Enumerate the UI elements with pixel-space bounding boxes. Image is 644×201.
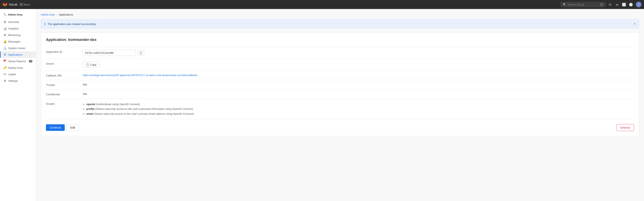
scope-name-email: email	[86, 112, 93, 115]
scopes-value: openid (Authenticate using OpenID Connec…	[83, 102, 634, 116]
sidebar-item-analytics[interactable]: 📊 Analytics	[0, 25, 36, 32]
sidebar-item-applications[interactable]: ⚙ Applications	[0, 51, 36, 58]
breadcrumb-parent-link[interactable]: Admin Area	[41, 13, 54, 16]
list-item: email (Allows read-only access to the us…	[86, 111, 634, 116]
search-icon: 🔍	[563, 3, 566, 6]
scope-desc-email: (Allows read-only access to the user's p…	[94, 112, 194, 115]
detail-row-scopes: Scopes openid (Authenticate using OpenID…	[46, 99, 634, 119]
application-panel: Application: kommander-dex Application I…	[41, 33, 639, 136]
activity-icon[interactable]: 🕐	[629, 3, 633, 7]
app-id-copy-button[interactable]: 📋	[138, 50, 144, 56]
breadcrumb: Admin Area › Applications	[41, 13, 639, 16]
analytics-icon: 📊	[3, 27, 6, 30]
applications-icon: ⚙	[3, 53, 6, 56]
confidential-value: Yes	[83, 92, 634, 95]
breadcrumb-separator: ›	[56, 13, 57, 16]
sidebar-item-system-hooks[interactable]: ⚓ System Hooks	[0, 45, 36, 51]
app-id-input[interactable]	[83, 50, 136, 56]
menu-label: Menu	[24, 3, 30, 6]
secret-value: 📋 Copy	[83, 62, 634, 68]
detail-row-app-id: Application ID 📋	[46, 47, 634, 59]
sidebar-item-label: Abuse Reports	[8, 60, 26, 63]
app-id-label: Application ID	[46, 50, 83, 53]
confidential-label: Confidential	[46, 92, 83, 96]
list-item: profile (Allows read-only access to the …	[86, 107, 634, 111]
detail-row-trusted: Trusted Yes	[46, 80, 634, 90]
abuse-reports-badge: 0	[29, 60, 32, 63]
messages-icon: 🔔	[3, 40, 6, 43]
sidebar-item-label: Messages	[8, 40, 20, 43]
deploy-keys-icon: 🔑	[3, 66, 6, 69]
detail-row-secret: Secret 📋 Copy	[46, 59, 634, 71]
sidebar: 🔧 Admin Area ⊞ Overview 📊 Analytics 🖥 Mo…	[0, 9, 36, 201]
sidebar-item-messages[interactable]: 🔔 Messages	[0, 38, 36, 45]
destroy-button[interactable]: Destroy	[616, 124, 634, 131]
success-alert: ℹ The application was created successful…	[41, 20, 639, 29]
app-id-input-group: 📋	[83, 50, 634, 56]
hamburger-icon	[20, 3, 23, 6]
monitoring-icon: 🖥	[3, 33, 6, 37]
sidebar-title: 🔧 Admin Area	[0, 12, 36, 19]
detail-table: Application ID 📋 Secret	[46, 47, 634, 119]
callback-url-label: Callback URL	[46, 74, 83, 77]
sidebar-item-label: Monitoring	[8, 34, 20, 37]
scope-desc-profile: (Allows read-only access to the user's p…	[95, 107, 193, 110]
action-bar: Continue Edit Destroy	[46, 124, 634, 131]
search-input[interactable]	[568, 3, 599, 6]
breadcrumb-current: Applications	[59, 13, 73, 16]
admin-area-icon: 🔧	[3, 13, 6, 16]
issues-icon[interactable]: ⬜	[622, 3, 626, 7]
detail-row-confidential: Confidential Yes	[46, 90, 634, 99]
sidebar-item-label: System Hooks	[8, 47, 25, 50]
scope-name-openid: openid	[86, 103, 95, 106]
create-icon[interactable]: ➕	[608, 3, 612, 7]
overview-icon: ⊞	[3, 20, 6, 24]
sidebar-item-label: Deploy Keys	[8, 66, 23, 69]
copy-icon: 📋	[139, 51, 142, 54]
layout: 🔧 Admin Area ⊞ Overview 📊 Analytics 🖥 Mo…	[0, 9, 644, 201]
sidebar-item-label: Overview	[8, 21, 19, 24]
main-content: Admin Area › Applications ℹ The applicat…	[36, 9, 644, 201]
brand-name: GitLab	[9, 3, 17, 6]
sidebar-item-label: Applications	[8, 53, 22, 56]
alert-close-button[interactable]: ×	[634, 22, 636, 26]
copy-button-label: Copy	[90, 63, 96, 66]
sidebar-item-label: Labels	[8, 73, 16, 76]
sidebar-item-deploy-keys[interactable]: 🔑 Deploy Keys	[0, 64, 36, 71]
labels-icon: 🏷	[3, 73, 6, 76]
alert-message: The application was created successfully…	[48, 23, 96, 26]
detail-row-callback-url: Callback URL https://sortega-aws-konvoy2…	[46, 71, 634, 80]
scope-name-profile: profile	[86, 107, 94, 110]
navbar: GitLab Menu 🔍 / ➕ ⇄ ⬜ 🕐 U	[0, 0, 644, 9]
alert-info-icon: ℹ	[44, 22, 46, 26]
panel-title: Application: kommander-dex	[46, 38, 634, 42]
abuse-reports-icon: 🚩	[3, 60, 6, 63]
copy-icon-secret: 📋	[86, 63, 89, 66]
sidebar-item-abuse-reports[interactable]: 🚩 Abuse Reports 0	[0, 58, 36, 64]
sidebar-item-label: Settings	[8, 79, 18, 82]
app-id-value: 📋	[83, 50, 634, 56]
merge-requests-icon[interactable]: ⇄	[615, 3, 619, 7]
scopes-list: openid (Authenticate using OpenID Connec…	[83, 102, 634, 116]
sidebar-item-labels[interactable]: 🏷 Labels	[0, 71, 36, 78]
trusted-value: Yes	[83, 83, 634, 86]
secret-copy-button[interactable]: 📋 Copy	[83, 62, 100, 68]
list-item: openid (Authenticate using OpenID Connec…	[86, 102, 634, 107]
callback-url-value: https://sortega-aws-konvoy220-apiserver-…	[83, 74, 634, 77]
search-bar[interactable]: 🔍 /	[561, 2, 606, 7]
search-slash-hint: /	[600, 3, 603, 6]
edit-button[interactable]: Edit	[66, 124, 79, 131]
scopes-label: Scopes	[46, 102, 83, 105]
continue-button[interactable]: Continue	[46, 124, 65, 131]
brand: GitLab	[2, 2, 17, 7]
nav-icon-group: ➕ ⇄ ⬜ 🕐 U	[608, 2, 642, 7]
sidebar-item-overview[interactable]: ⊞ Overview	[0, 19, 36, 25]
sidebar-item-monitoring[interactable]: 🖥 Monitoring	[0, 32, 36, 38]
secret-label: Secret	[46, 62, 83, 65]
settings-icon: ⚙	[3, 79, 6, 82]
avatar[interactable]: U	[636, 2, 642, 7]
menu-toggle[interactable]: Menu	[20, 3, 30, 6]
system-hooks-icon: ⚓	[3, 46, 6, 50]
sidebar-item-label: Analytics	[8, 27, 19, 30]
sidebar-item-settings[interactable]: ⚙ Settings	[0, 78, 36, 84]
